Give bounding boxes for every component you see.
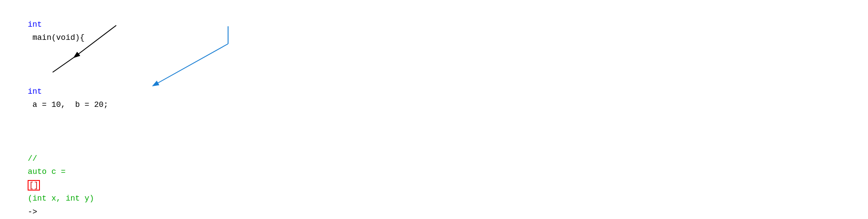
vars: a = 10, b = 20; [28,100,108,109]
indent-3 [28,141,46,149]
line-3: // auto c = [] (int x, int y) -> int {re… [9,125,859,219]
params-text: (int x, int y) [28,194,94,203]
indent-2 [28,74,46,82]
line-2: int a = 10, b = 20; [9,58,859,125]
box-bracket: [] [28,180,40,191]
main-func: main(void){ [28,33,85,42]
auto-c-text: auto c = [28,167,70,176]
line-1: int main(void){ [9,4,859,58]
kw-int-2: int [28,87,42,96]
code-area: int main(void){ int a = 10, b = 20; // a… [0,0,868,219]
comment-slashes: // [28,154,42,163]
keyword-int: int [28,20,42,29]
arrow-text: -> [28,208,37,216]
